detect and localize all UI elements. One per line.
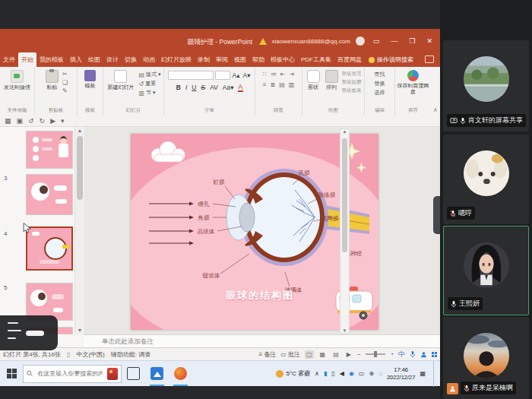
normal-view-button[interactable]: ▢: [305, 350, 314, 359]
weather-widget[interactable]: 5°C 雾霾: [276, 369, 310, 378]
italic-button[interactable]: I: [185, 84, 188, 91]
tray-security-icon[interactable]: ▮: [324, 370, 327, 377]
underline-button[interactable]: U: [191, 84, 197, 91]
indent-decrease-icon[interactable]: ⇤: [280, 71, 286, 78]
restore-button[interactable]: ❐: [406, 37, 418, 45]
comments-toggle-button[interactable]: ▭ 批注: [280, 350, 300, 359]
change-case-button[interactable]: Aa▾: [222, 84, 235, 91]
notes-toggle-button[interactable]: ≡ 备注: [258, 350, 276, 359]
indent-increase-icon[interactable]: ⇥: [290, 71, 295, 78]
new-slide-button[interactable]: 新建幻灯片: [106, 69, 135, 97]
participant-tile-host[interactable]: 原来是呆楠啊: [443, 317, 529, 399]
tray-volume-icon[interactable]: ◀: [340, 370, 344, 377]
strikethrough-button[interactable]: S: [200, 84, 206, 91]
meeting-app-icon[interactable]: [150, 367, 163, 380]
comments-pane-icon[interactable]: [425, 55, 434, 63]
tab-my-templates[interactable]: 我的模板: [36, 52, 67, 67]
minimize-button[interactable]: —: [388, 37, 401, 45]
annotation-tool-icon[interactable]: [8, 337, 16, 339]
collapse-ribbon-icon[interactable]: ∧: [433, 106, 438, 113]
language-indicator[interactable]: 中文(中国): [76, 350, 104, 359]
panel-collapse-handle[interactable]: [433, 196, 440, 234]
tab-animations[interactable]: 动画: [140, 52, 158, 67]
tab-file[interactable]: 文件: [0, 52, 18, 67]
shapes-button[interactable]: 形状: [306, 69, 321, 94]
start-slideshow-icon[interactable]: ▶: [50, 117, 55, 125]
shape-fill-button[interactable]: 形状填充: [342, 71, 362, 78]
reset-button[interactable]: ↺重置: [138, 80, 160, 87]
format-painter-icon[interactable]: ✎: [62, 87, 68, 94]
taskbar-clock[interactable]: 17:46 2022/12/27: [387, 366, 416, 381]
tray-device-icon[interactable]: ▯: [331, 370, 334, 377]
grow-font-button[interactable]: A▴: [232, 71, 241, 79]
reading-view-button[interactable]: ▤: [331, 350, 340, 359]
notes-pane[interactable]: 单击此处添加备注: [84, 334, 440, 347]
undo-icon[interactable]: ↺: [28, 117, 34, 125]
character-spacing-button[interactable]: AV: [209, 84, 219, 91]
annotation-pen-pill[interactable]: [26, 331, 44, 336]
copy-icon[interactable]: ❏: [62, 79, 68, 86]
upgrade-warning-icon[interactable]: [259, 38, 267, 45]
tab-transitions[interactable]: 切换: [122, 52, 140, 67]
mic-icon[interactable]: [410, 350, 416, 358]
layout-button[interactable]: ▤版式▾: [138, 71, 160, 78]
tab-baidu-pan[interactable]: 百度网盘: [334, 52, 365, 67]
template-button[interactable]: 模板: [83, 69, 97, 90]
browser-icon[interactable]: [174, 367, 187, 380]
font-name-box[interactable]: [168, 71, 214, 80]
close-button[interactable]: ✕: [423, 37, 435, 45]
slide-thumbnail-3[interactable]: [26, 174, 73, 215]
arrange-button[interactable]: 排列: [324, 69, 340, 94]
align-left-icon[interactable]: ≡: [263, 81, 267, 88]
ribbon-display-options-button[interactable]: ▭: [370, 37, 383, 45]
save-to-baidu-pan-button[interactable]: 保存到百度网盘: [395, 69, 431, 96]
qat-dropdown-icon[interactable]: ▾: [61, 117, 65, 125]
send-to-wechat-button[interactable]: 发送到微信: [2, 69, 32, 91]
ime-mode-icon[interactable]: ◔: [390, 350, 394, 358]
annotation-tool-icon[interactable]: [8, 330, 21, 331]
font-size-box[interactable]: [215, 71, 230, 80]
cut-icon[interactable]: ✂: [62, 71, 68, 78]
tab-review[interactable]: 审阅: [213, 52, 231, 67]
tab-view[interactable]: 视图: [231, 52, 249, 67]
scroll-down-icon[interactable]: ▼: [75, 327, 84, 334]
tab-draw[interactable]: 绘图: [85, 52, 103, 67]
redo-icon[interactable]: ↻: [40, 117, 46, 125]
tray-network-icon[interactable]: ◉: [349, 370, 354, 377]
members-icon[interactable]: [420, 351, 427, 358]
bold-button[interactable]: B: [176, 84, 182, 91]
tray-expand-chevron-icon[interactable]: ∧: [315, 370, 319, 377]
slide-thumbnail-2[interactable]: [26, 131, 73, 169]
touch-keyboard-icon[interactable]: ▦: [420, 370, 426, 377]
tell-me-search[interactable]: 操作说明搜索: [365, 52, 417, 67]
tab-slideshow[interactable]: 幻灯片放映: [158, 52, 195, 67]
participant-tile-sharer[interactable]: 肖文轩的屏幕共享: [443, 40, 529, 131]
apps-grid-icon[interactable]: [432, 352, 437, 357]
account-avatar[interactable]: [356, 36, 365, 46]
tray-location-icon[interactable]: ⊕: [369, 370, 374, 377]
save-icon[interactable]: ▣: [17, 117, 24, 125]
zoom-slider[interactable]: [366, 353, 385, 355]
shape-effects-button[interactable]: 形状效果: [342, 87, 362, 94]
align-right-icon[interactable]: ▤: [279, 81, 285, 88]
start-button[interactable]: [7, 369, 17, 378]
participant-tile[interactable]: 嗯哼: [443, 135, 529, 224]
zoom-out-button[interactable]: −: [357, 351, 361, 358]
tray-update-icon[interactable]: ◌: [378, 370, 382, 377]
annotation-toolbar[interactable]: [0, 315, 58, 350]
tab-insert[interactable]: 插入: [67, 52, 85, 67]
slide-area-scrollbar[interactable]: ▲ ▼: [340, 128, 350, 334]
tab-template-center[interactable]: 模板中心: [268, 52, 298, 67]
search-highlight-icon[interactable]: [107, 368, 118, 380]
paste-button[interactable]: 粘贴: [44, 69, 60, 94]
align-center-icon[interactable]: ≣: [270, 81, 275, 88]
participant-tile-speaking[interactable]: 王熙妍: [443, 226, 529, 315]
numbering-icon[interactable]: ≔: [271, 71, 277, 78]
tab-home[interactable]: 开始: [18, 52, 36, 67]
customize-icon[interactable]: ▦: [5, 117, 11, 125]
scroll-up-icon[interactable]: ▲: [75, 127, 84, 135]
shrink-font-button[interactable]: A▾: [242, 71, 252, 79]
slide-sorter-view-button[interactable]: ▦: [318, 350, 328, 359]
slideshow-view-button[interactable]: ▶: [345, 350, 353, 359]
account-email[interactable]: xiaowenxuan88888@qq.com: [272, 38, 350, 45]
